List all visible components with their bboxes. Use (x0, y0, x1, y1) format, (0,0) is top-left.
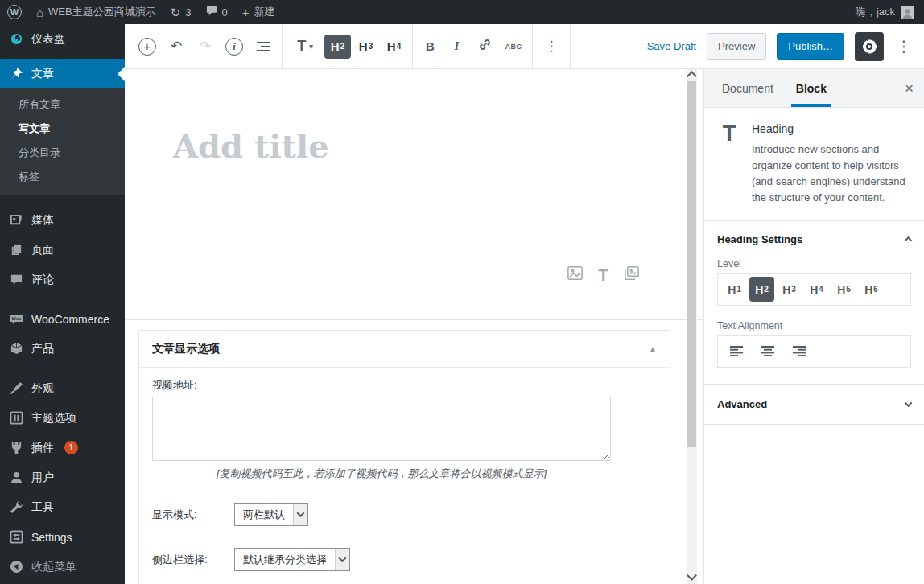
sidebar-item-posts[interactable]: 文章 (0, 59, 125, 88)
level-h2-button[interactable]: H2 (749, 277, 774, 302)
more-vertical-icon: ⋮ (545, 38, 559, 55)
sidebar-item-label: 用户 (31, 471, 54, 485)
link-button[interactable] (470, 24, 499, 69)
sidebar-item-plugins[interactable]: 插件 1 (0, 433, 125, 463)
more-tools-button[interactable]: ⋮ (894, 37, 914, 56)
save-draft-button[interactable]: Save Draft (647, 40, 696, 52)
sidebar-item-tools[interactable]: 工具 (0, 492, 125, 522)
tab-block[interactable]: Block (791, 69, 831, 107)
align-left-button[interactable] (722, 339, 751, 364)
toolbar-divider (570, 24, 571, 69)
add-image-button[interactable] (566, 264, 584, 286)
scroll-down-arrow[interactable] (687, 570, 697, 581)
select-arrow (293, 504, 307, 525)
level-h3-button[interactable]: H3 (777, 277, 802, 302)
bold-button[interactable]: B (417, 24, 443, 69)
site-link[interactable]: ⌂ WEB主题公园商城演示 (29, 0, 163, 24)
editor-header: + ↶ ↷ i T ▾ H2 H3 H4 B (125, 24, 924, 69)
pushpin-icon (9, 66, 24, 81)
sidebar-item-label: 媒体 (31, 213, 54, 228)
submenu-tags[interactable]: 标签 (0, 165, 125, 189)
heading-level-3-button[interactable]: H3 (353, 35, 379, 59)
sidebar-item-users[interactable]: 用户 (0, 463, 125, 492)
plugin-icon (9, 440, 24, 455)
scrollbar-thumb[interactable] (687, 81, 696, 447)
heading-level-4-button[interactable]: H4 (381, 35, 407, 59)
italic-icon: I (455, 39, 460, 53)
sidebar-item-settings[interactable]: Settings (0, 522, 125, 552)
text-icon: T (598, 265, 608, 285)
updates-link[interactable]: ↻ 3 (163, 0, 199, 24)
post-title-input[interactable]: Add title (173, 127, 329, 165)
level-h1-button[interactable]: H1 (722, 277, 747, 302)
home-icon: ⌂ (36, 6, 43, 19)
sidebar-item-comments[interactable]: 评论 (0, 265, 125, 294)
block-navigation-button[interactable] (249, 24, 278, 69)
level-h5-button[interactable]: H5 (831, 277, 856, 302)
metabox-header[interactable]: 文章显示选项 ▲ (139, 331, 670, 368)
chevron-down-icon (905, 399, 913, 407)
sidebar-item-label: Settings (31, 531, 72, 544)
greeting: 嗨，jack (856, 5, 895, 19)
woocommerce-icon: Woo (9, 311, 24, 327)
svg-text:Woo: Woo (12, 316, 22, 321)
chevron-down-icon: ▾ (309, 43, 313, 51)
submenu-all-posts[interactable]: 所有文章 (0, 93, 125, 117)
update-icon: ↻ (171, 6, 181, 19)
editor-scrollbar[interactable] (687, 69, 697, 584)
sidebar-item-appearance[interactable]: 外观 (0, 373, 125, 403)
collapse-menu-button[interactable]: 收起菜单 (0, 552, 125, 582)
more-formats-button[interactable]: ⋮ (537, 24, 566, 69)
add-gallery-button[interactable] (622, 264, 641, 286)
metabox-collapse-icon[interactable]: ▲ (649, 344, 657, 353)
inspector-tabs: Document Block × (704, 69, 924, 108)
align-right-button[interactable] (785, 339, 814, 364)
sidebar-item-products[interactable]: 产品 (0, 334, 125, 364)
tab-document[interactable]: Document (717, 69, 778, 107)
settings-sliders-icon (9, 529, 24, 545)
sidebar-item-woocommerce[interactable]: Woo WooCommerce (0, 304, 125, 334)
level-h6-button[interactable]: H6 (859, 277, 884, 302)
strikethrough-icon: ABC (505, 43, 522, 51)
sidebar-item-dashboard[interactable]: 仪表盘 (0, 24, 125, 54)
submenu-categories[interactable]: 分类目录 (0, 141, 125, 165)
chevron-up-icon (905, 236, 913, 245)
sidebar-item-media[interactable]: 媒体 (0, 205, 125, 235)
block-inserter-button[interactable]: + (133, 24, 162, 69)
italic-button[interactable]: I (443, 24, 470, 69)
wordpress-menu[interactable]: W (0, 0, 29, 24)
comments-link[interactable]: 0 (199, 0, 235, 24)
advanced-panel-header[interactable]: Advanced (704, 385, 924, 425)
sidebar-item-label: 评论 (31, 273, 54, 287)
gallery-icon (622, 264, 641, 286)
product-box-icon (9, 341, 24, 356)
publish-button[interactable]: Publish… (777, 33, 844, 60)
add-heading-button[interactable]: T (598, 265, 608, 285)
heading-settings-header[interactable]: Heading Settings (704, 221, 924, 257)
new-content-link[interactable]: + 新建 (235, 0, 283, 24)
close-icon[interactable]: × (905, 80, 914, 96)
preview-button[interactable]: Preview (707, 33, 766, 60)
my-account[interactable]: 嗨，jack (846, 5, 924, 19)
header-actions: Save Draft Preview Publish… ⋮ (647, 32, 924, 61)
level-h4-button[interactable]: H4 (804, 277, 829, 302)
content-structure-button[interactable]: i (220, 24, 249, 69)
block-type-switcher[interactable]: T ▾ (287, 24, 324, 69)
submenu-add-post[interactable]: 写文章 (0, 117, 125, 141)
metabox-title: 文章显示选项 (152, 342, 220, 356)
strikethrough-button[interactable]: ABC (499, 24, 528, 69)
display-mode-select[interactable]: 两栏默认 (234, 503, 308, 526)
sidebar-choice-select[interactable]: 默认继承分类选择 (234, 548, 350, 571)
undo-button[interactable]: ↶ (162, 24, 191, 69)
scroll-up-arrow[interactable] (687, 71, 697, 81)
redo-button[interactable]: ↷ (191, 24, 220, 69)
heading-level-2-button[interactable]: H2 (324, 35, 351, 59)
sidebar-item-theme-options[interactable]: 主题选项 (0, 403, 125, 433)
settings-toggle-button[interactable] (855, 32, 884, 61)
admin-bar: W ⌂ WEB主题公园商城演示 ↻ 3 0 + 新建 嗨，jack (0, 0, 924, 24)
sidebar-item-pages[interactable]: 页面 (0, 235, 125, 265)
video-url-textarea[interactable] (152, 397, 611, 461)
align-center-button[interactable] (753, 339, 782, 364)
sidebar-item-label: 仪表盘 (31, 32, 65, 47)
heading-num: 2 (340, 42, 345, 51)
